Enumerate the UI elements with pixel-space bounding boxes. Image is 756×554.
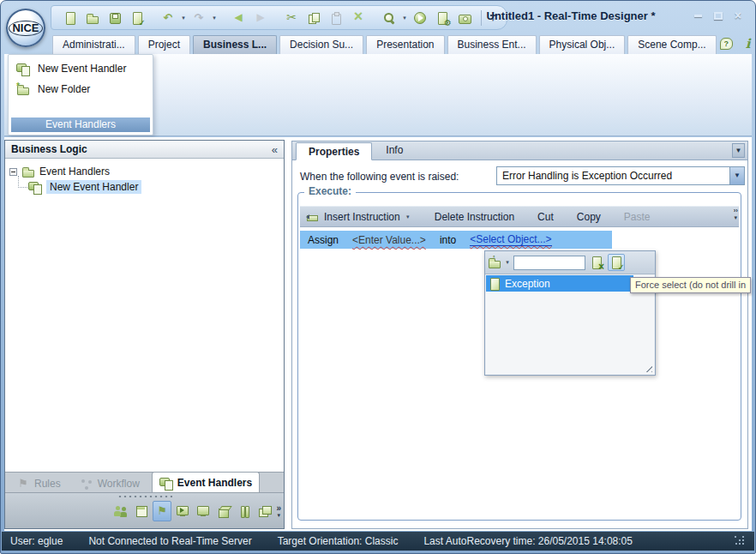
- new-folder-button[interactable]: New Folder: [9, 79, 153, 99]
- resize-grip[interactable]: [643, 363, 652, 372]
- paste-button[interactable]: [326, 8, 346, 28]
- cancel-document-button[interactable]: [588, 254, 605, 271]
- run-button[interactable]: [410, 8, 430, 28]
- tab-info[interactable]: Info: [374, 142, 415, 160]
- validate-icon: [130, 11, 144, 25]
- tooltip: Force select (do not drill in: [630, 277, 751, 293]
- tree-item-event-handlers[interactable]: Event Handlers: [9, 164, 279, 179]
- users-button[interactable]: [111, 501, 130, 521]
- client-area: Business Logic « Event Handlers New Even…: [4, 137, 752, 531]
- copy-instruction-button[interactable]: Copy: [577, 211, 601, 223]
- cut-button[interactable]: [281, 8, 302, 28]
- app-logo-button[interactable]: NICE: [6, 9, 45, 47]
- bottom-tab-workflow[interactable]: Workflow: [73, 474, 147, 492]
- utilities-button[interactable]: [235, 501, 254, 521]
- tab-business-entities[interactable]: Business Ent...: [447, 35, 537, 54]
- toolbar-overflow-button[interactable]: »▾: [276, 505, 281, 518]
- cut-instruction-button[interactable]: Cut: [537, 211, 554, 223]
- redo-button[interactable]: [189, 8, 209, 28]
- screen-pointer-button[interactable]: [173, 501, 192, 521]
- app-window: NICE Untitl: [0, 0, 756, 554]
- object-filter-input[interactable]: [513, 256, 585, 270]
- paste-instruction-button[interactable]: Paste: [624, 211, 651, 223]
- delete-button[interactable]: [348, 8, 369, 28]
- tab-strip-menu-button[interactable]: ▼: [732, 143, 745, 158]
- redo-dropdown[interactable]: [211, 15, 218, 21]
- accept-document-icon: [609, 256, 623, 269]
- new-event-handler-button[interactable]: New Event Handler: [9, 58, 153, 79]
- rule-form-button[interactable]: [132, 501, 151, 521]
- save-button[interactable]: [105, 8, 125, 28]
- quick-access-toolbar: [51, 5, 507, 30]
- object-picker-toolbar: [485, 251, 655, 274]
- collapse-panel-button[interactable]: «: [272, 143, 278, 156]
- app-logo-text: NICE: [9, 21, 42, 36]
- tree-item-new-event-handler[interactable]: New Event Handler: [9, 179, 279, 195]
- instruction-value-link[interactable]: <Enter Value...>: [352, 234, 426, 246]
- validate-button[interactable]: [127, 8, 147, 28]
- undo-dropdown[interactable]: [180, 15, 187, 21]
- window-controls: ×: [694, 10, 741, 21]
- maximize-button[interactable]: [714, 12, 723, 20]
- execute-toolbar-overflow[interactable]: ››▾: [734, 208, 738, 220]
- tab-presentation[interactable]: Presentation: [366, 35, 444, 54]
- tab-administration[interactable]: Administrati...: [52, 35, 135, 54]
- new-folder-icon: [16, 82, 30, 96]
- business-logic-bottom-tabs: Rules Workflow Event Handlers: [5, 472, 284, 492]
- properties-tab-strip: Properties Info ▼: [291, 141, 748, 160]
- list-item-exception[interactable]: Exception: [486, 275, 633, 292]
- business-logic-header: Business Logic «: [5, 141, 284, 159]
- cascade-windows-button[interactable]: [255, 501, 274, 521]
- minimize-button[interactable]: [694, 15, 702, 17]
- search-dropdown[interactable]: [401, 15, 408, 21]
- tab-properties[interactable]: Properties: [296, 142, 372, 160]
- instruction-object-link[interactable]: <Select Object...>: [470, 233, 551, 246]
- search-button[interactable]: [379, 8, 399, 28]
- delete-instruction-button[interactable]: Delete Instruction: [435, 211, 514, 223]
- monitor-icon: [196, 504, 210, 518]
- bottom-tab-event-handlers[interactable]: Event Handlers: [152, 472, 260, 492]
- event-raised-label: When the following event is raised:: [300, 171, 459, 183]
- undo-button[interactable]: [158, 8, 178, 28]
- open-project-button[interactable]: [82, 8, 103, 28]
- navigate-forward-button[interactable]: [250, 8, 271, 28]
- tab-scene-composer[interactable]: Scene Comp...: [627, 35, 716, 54]
- generate-button[interactable]: [432, 8, 453, 28]
- event-handler-icon: [16, 62, 30, 75]
- accept-document-button[interactable]: [608, 254, 625, 271]
- navigate-forward-icon: [254, 11, 267, 25]
- new-document-button[interactable]: [60, 8, 81, 28]
- drag-grip[interactable]: [117, 495, 172, 498]
- close-button[interactable]: ×: [735, 10, 741, 21]
- open-folder-icon: [86, 11, 99, 25]
- status-bar: User: eglue Not Connected to Real-Time S…: [2, 532, 754, 551]
- monitor-button[interactable]: [194, 501, 213, 521]
- copy-button[interactable]: [303, 8, 324, 28]
- object-cube-button[interactable]: [214, 501, 233, 521]
- flag-button[interactable]: [153, 501, 171, 521]
- navigate-back-button[interactable]: [228, 8, 249, 28]
- execute-toolbar: Insert Instruction Delete Instruction Cu…: [300, 206, 739, 227]
- info-icon[interactable]: [741, 37, 755, 51]
- tab-business-logic[interactable]: Business L...: [193, 35, 277, 54]
- rule-form-icon: [135, 504, 148, 518]
- bottom-tab-rules[interactable]: Rules: [9, 474, 68, 492]
- tab-decision-support[interactable]: Decision Su...: [279, 35, 363, 54]
- tab-project[interactable]: Project: [138, 35, 190, 54]
- help-icon[interactable]: [719, 37, 733, 51]
- window-resize-grip[interactable]: [735, 536, 746, 547]
- chevron-down-icon[interactable]: ▼: [729, 167, 744, 184]
- insert-instruction-dropdown[interactable]: [405, 214, 411, 220]
- copy-icon: [307, 11, 321, 25]
- workflow-icon: [80, 477, 93, 491]
- event-select[interactable]: Error Handling is Exception Occurred ▼: [496, 166, 745, 185]
- folder-up-dropdown[interactable]: [504, 259, 511, 266]
- instruction-row[interactable]: Assign <Enter Value...> into <Select Obj…: [300, 231, 612, 249]
- insert-instruction-button[interactable]: Insert Instruction: [306, 210, 411, 224]
- tab-physical-objects[interactable]: Physical Obj...: [539, 35, 626, 54]
- event-handlers-group-label[interactable]: Event Handlers: [11, 117, 150, 132]
- expand-toggle-icon[interactable]: [9, 168, 17, 176]
- event-select-value: Error Handling is Exception Occurred: [502, 170, 672, 182]
- utilities-icon: [237, 504, 251, 518]
- folder-up-icon[interactable]: [488, 256, 501, 269]
